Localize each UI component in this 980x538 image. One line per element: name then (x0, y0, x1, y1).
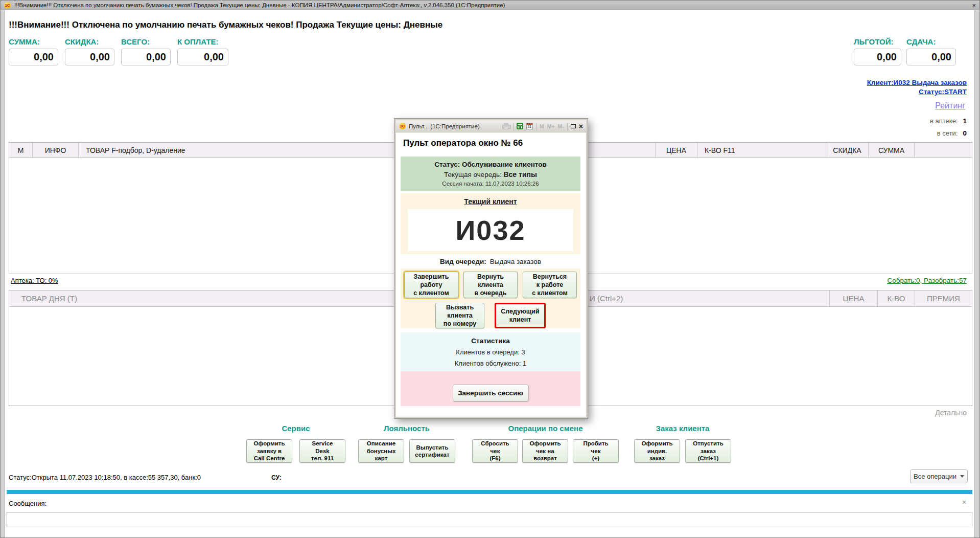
window-close-icon[interactable]: × (972, 2, 976, 9)
cash-status-text: Статус:Открыта 11.07.2023 10:18:50, в ка… (9, 474, 201, 481)
column-header-sum: СУММА (869, 143, 915, 158)
dialog-close-icon[interactable]: × (579, 122, 583, 130)
total-change-label: СДАЧА: (906, 37, 956, 46)
session-start-line: Сессия начата: 11.07.2023 10:26:26 (401, 181, 580, 187)
column-header-i-ctrl2: И (Ctrl+2) (590, 290, 623, 306)
column-header-price: ЦЕНА (656, 143, 697, 158)
total-overall: ВСЕГО: 0,00 (121, 37, 171, 65)
in-network-label: в сети: (937, 129, 958, 137)
window-border-left (1, 10, 5, 537)
chevron-down-icon (960, 475, 964, 478)
session-start-label: Сессия начата: (442, 181, 483, 187)
statistics-title: Статистика (401, 337, 580, 345)
service-desk-button[interactable]: Service Desk тел. 911 (299, 439, 345, 463)
column-header-qty: К-ВО F11 (697, 143, 826, 158)
section-title-loyalty: Лояльность (358, 424, 455, 433)
calendar-icon[interactable]: 31 (526, 123, 533, 129)
titlebar-separator (536, 123, 536, 130)
bonus-cards-info-button[interactable]: Описание бонусных карт (358, 439, 404, 463)
call-client-by-number-button[interactable]: Вызвать клиента по номеру (435, 303, 484, 328)
clients-served: Клиентов обслужено: 1 (401, 360, 580, 367)
end-session-box: Завершить сессию (401, 371, 580, 406)
maximize-icon[interactable] (571, 124, 576, 128)
dialog-heading: Пульт оператора окно № 66 (403, 138, 523, 148)
issue-certificate-button[interactable]: Выпустить сертификат (409, 439, 455, 463)
return-receipt-button[interactable]: Оформить чек на возврат (522, 439, 568, 463)
titlebar-separator (567, 123, 568, 130)
in-network-value: 0 (963, 129, 967, 137)
resume-client-button[interactable]: Вернуться к работе с клиентом (523, 272, 577, 298)
total-discount-label: СКИДКА: (65, 37, 114, 46)
statistics-box: Статистика Клиентов в очереди: 3 Клиенто… (401, 332, 580, 371)
current-client-title: Текщий клиент (401, 197, 580, 206)
status-link[interactable]: Статус:START (919, 88, 967, 96)
all-operations-label: Все операции (914, 473, 956, 480)
return-client-button[interactable]: Вернуть клиента в очередь (463, 272, 518, 298)
client-link[interactable]: Клиент:И032 Выдача заказов (867, 79, 967, 86)
section-title-shift-operations: Операции по смене (472, 424, 619, 433)
memory-plus-button[interactable]: M+ (547, 123, 555, 129)
client-number: И032 (408, 209, 573, 251)
queue-kind-row: Вид очереди: Выдача заказов (401, 254, 580, 268)
dialog-titlebar: 1С Пульт... (1С:Предприятие) 31 M M+ M- … (396, 120, 586, 132)
separator-bar (7, 490, 972, 494)
all-operations-button[interactable]: Все операции (910, 469, 968, 483)
current-queue-line: Текущая очередь: Все типы (401, 170, 580, 178)
total-discount-value: 0,00 (65, 49, 114, 65)
message-input[interactable] (7, 512, 972, 527)
current-queue-label: Текущая очередь: (444, 171, 502, 178)
total-to-pay-value: 0,00 (177, 49, 228, 65)
total-to-pay: К ОПЛАТЕ: 0,00 (177, 37, 228, 65)
calculator-icon[interactable] (517, 123, 523, 129)
queue-kind-value: Выдача заказов (490, 258, 541, 265)
total-sum-label: СУММА: (9, 37, 58, 46)
session-status-line: Статус: Обслуживание клиентов (401, 161, 580, 168)
end-session-button[interactable]: Завершить сессию (453, 385, 528, 401)
total-overall-value: 0,00 (121, 49, 171, 65)
1c-logo-icon: 1С (399, 123, 406, 129)
session-start-value: 11.07.2023 10:26:26 (485, 181, 539, 187)
column-header-day-bonus: ПРЕМИЯ (915, 290, 972, 306)
detail-hint: Детально (935, 409, 967, 417)
clients-in-queue: Клиентов в очереди: 3 (401, 348, 580, 356)
next-client-button[interactable]: Следующий клиент (495, 303, 546, 328)
column-header-day-price: ЦЕНА (829, 290, 877, 306)
rating-link[interactable]: Рейтинг (935, 101, 965, 110)
titlebar-separator (513, 123, 514, 130)
total-discount: СКИДКА: 0,00 (65, 37, 114, 65)
client-buttons-row-2: Вызвать клиента по номеру Следующий клие… (401, 303, 580, 328)
memory-button[interactable]: M (540, 123, 544, 129)
column-header-info: ИНФО (33, 143, 79, 158)
call-centre-request-button[interactable]: Оформить заявку в Call Centre (246, 439, 292, 463)
messages-close-icon[interactable]: × (962, 498, 966, 506)
individual-order-button[interactable]: Оформить индив. заказ (634, 439, 680, 463)
reset-receipt-button[interactable]: Сбросить чек (F6) (472, 439, 518, 463)
in-network-counter: в сети: 0 (937, 129, 967, 137)
queue-kind-label: Вид очереди: (440, 258, 486, 265)
pharmacy-to-link[interactable]: Аптека: ТО: 0% (11, 277, 58, 284)
section-title-service: Сервис (246, 424, 345, 433)
column-header-discount: СКИДКА (826, 143, 869, 158)
section-title-client-order: Заказ клиента (634, 424, 731, 433)
messages-label: Сообщения: (9, 500, 46, 507)
memory-minus-button[interactable]: M- (558, 123, 564, 129)
dialog-title: Пульт... (1С:Предприятие) (409, 123, 499, 129)
print-icon[interactable] (502, 123, 510, 129)
in-pharmacy-counter: в аптеке: 1 (930, 117, 967, 125)
total-sum: СУММА: 0,00 (9, 37, 58, 65)
total-to-pay-label: К ОПЛАТЕ: (177, 37, 228, 46)
finish-client-button[interactable]: Завершить работу с клиентом (404, 272, 458, 298)
total-sum-value: 0,00 (9, 49, 58, 65)
1c-logo-icon: 1С (4, 2, 11, 9)
window-titlebar: 1С !!!Внимание!!! Отключена по умолчанию… (1, 1, 979, 10)
release-order-button[interactable]: Отпустить заказ (Ctrl+1) (685, 439, 731, 463)
collect-disassemble-link[interactable]: Собрать:0, Разобрать:57 (887, 277, 967, 284)
punch-receipt-button[interactable]: Пробить чек (+) (573, 439, 619, 463)
in-pharmacy-value: 1 (963, 117, 967, 125)
operator-console-dialog: 1С Пульт... (1С:Предприятие) 31 M M+ M- … (394, 118, 588, 419)
current-client-box: Текщий клиент И032 Вид очереди: Выдача з… (401, 193, 580, 328)
su-label: СУ: (271, 474, 282, 481)
column-header-m: М (9, 143, 33, 158)
total-privilege-label: ЛЬГОТОЙ: (854, 37, 901, 46)
current-queue-value: Все типы (503, 170, 536, 178)
